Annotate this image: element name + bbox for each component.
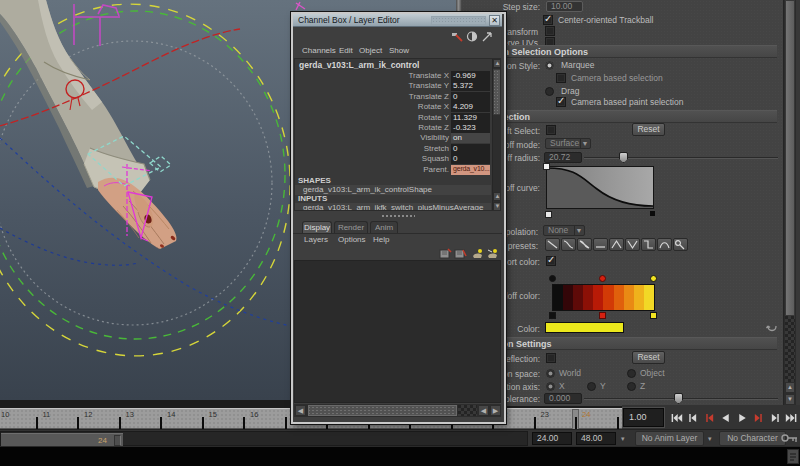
channel-label[interactable]: Translate Y [409, 81, 449, 90]
curve-preset-button[interactable] [625, 238, 640, 251]
input-node-row[interactable]: gerda_v103:L_arm_ikfk_switch_plusMinusAv… [295, 203, 491, 211]
menu-item[interactable]: Help [373, 235, 389, 244]
curve-preset-button[interactable] [593, 238, 608, 251]
layer-list-area[interactable] [294, 260, 501, 403]
ramp-key-black-top[interactable] [549, 275, 556, 282]
color-swatch-yellow[interactable] [545, 322, 624, 333]
command-line[interactable] [0, 446, 800, 466]
falloff-radius-slider[interactable] [584, 157, 778, 159]
channel-value-field[interactable]: 0 [451, 144, 490, 154]
camera-based-paint-checkbox[interactable]: ✓ [556, 97, 566, 107]
menu-item[interactable]: Channels [302, 46, 336, 55]
channel-label[interactable]: Parent. [423, 165, 449, 174]
playback-button[interactable] [751, 408, 768, 427]
hscroll-thumb[interactable] [308, 405, 457, 416]
curve-preset-button[interactable] [545, 238, 560, 251]
trackball-checkbox[interactable]: ✓ [543, 15, 553, 25]
menu-item[interactable]: Edit [339, 46, 353, 55]
playback-button[interactable] [685, 408, 702, 427]
animation-end-field[interactable]: 48.00 [576, 432, 616, 445]
falloff-radius-slider-handle[interactable] [619, 152, 628, 163]
channel-scroll-up-icon[interactable]: ▲ [493, 59, 501, 68]
curve-preset-button[interactable] [657, 238, 672, 251]
transform-checkbox[interactable] [545, 26, 555, 36]
playback-end-field[interactable]: 24.00 [532, 432, 572, 445]
channel-scroll-down-icon[interactable]: ▼ [493, 202, 501, 211]
hscroll-left2-icon[interactable]: ◀ [478, 405, 489, 416]
playback-button[interactable] [767, 408, 784, 427]
channel-value-field[interactable]: 0 [451, 92, 490, 102]
layer-tab[interactable]: Display [302, 221, 332, 233]
viewport-color-checkbox[interactable]: ✓ [546, 256, 556, 266]
soft-select-reset-button[interactable]: Reset [632, 123, 665, 136]
playback-button[interactable] [668, 408, 685, 427]
curve-preset-button[interactable] [561, 238, 576, 251]
channel-value-field[interactable]: 5.372 [451, 81, 490, 91]
panel-scroll-down-button[interactable]: ▼ [785, 394, 795, 405]
half-circle-icon[interactable] [466, 30, 478, 43]
curve-preset-button[interactable] [577, 238, 592, 251]
hammer-icon[interactable] [450, 30, 464, 43]
channel-value-field[interactable]: -0.969 [451, 71, 490, 81]
marquee-radio[interactable] [545, 61, 554, 70]
channel-label[interactable]: Rotate Y [418, 113, 449, 122]
curve-preset-button[interactable] [609, 238, 624, 251]
character-set-menu-icon[interactable]: ▾ [708, 435, 712, 443]
layer-normal-icon[interactable] [439, 248, 452, 260]
section-reflection-settings[interactable]: Reflection Settings [462, 337, 777, 350]
channel-label[interactable]: Visibility [420, 133, 449, 142]
channel-value-field[interactable]: 4.209 [451, 102, 490, 112]
playback-button[interactable] [718, 408, 735, 427]
panel-scroll-up-button[interactable]: ▲ [785, 382, 795, 393]
falloff-color-ramp[interactable] [552, 284, 655, 311]
channel-label[interactable]: Stretch [424, 144, 449, 153]
hscroll-right-icon[interactable]: ▶ [490, 405, 501, 416]
menu-item[interactable]: Options [338, 235, 366, 244]
channel-scrollbar-thumb[interactable] [493, 69, 501, 115]
close-icon[interactable]: ✕ [489, 15, 500, 26]
ramp-key-yellow-top[interactable] [650, 275, 657, 282]
layer-tab[interactable]: Anim [370, 221, 398, 233]
channel-label[interactable]: Squash [422, 154, 449, 163]
channel-scroll-up2-icon[interactable]: ▲ [493, 192, 501, 201]
channel-value-field[interactable]: gerda_v10... [451, 165, 490, 175]
new-layer-assign-icon[interactable] [486, 248, 499, 260]
ramp-key-yellow-bottom[interactable] [650, 312, 657, 319]
playback-button[interactable] [734, 408, 751, 427]
channel-value-field[interactable]: on [451, 133, 490, 143]
hscroll-left-icon[interactable]: ◀ [295, 405, 306, 416]
playback-button[interactable] [784, 408, 800, 427]
ramp-key-black-bottom[interactable] [549, 312, 556, 319]
step-size-input[interactable]: 10.00 [546, 1, 583, 12]
new-layer-icon[interactable] [471, 248, 484, 260]
tolerance-input[interactable]: 0.000 [544, 393, 582, 404]
panel-scrollbar-thumb[interactable] [785, 0, 795, 316]
reflection-space-object-radio[interactable] [627, 369, 636, 378]
falloff-mode-dropdown[interactable]: Surface ▼ [545, 138, 591, 149]
auto-keyframe-icon[interactable] [780, 432, 799, 444]
layer-tab[interactable]: Render [334, 221, 368, 233]
channel-box-titlebar[interactable]: Channel Box / Layer Editor ✕ [293, 14, 502, 27]
pane-splitter[interactable] [293, 211, 502, 221]
panel-scrollbar[interactable]: ▲ ▼ [783, 0, 795, 406]
layer-hscrollbar[interactable]: ◀ ◀ ▶ [294, 404, 501, 417]
channel-label[interactable]: Rotate Z [418, 123, 449, 132]
range-slider-bar[interactable]: 24 [1, 433, 123, 446]
reflection-reset-button[interactable]: Reset [632, 351, 665, 364]
reflection-space-world-radio[interactable] [546, 369, 555, 378]
object-name[interactable]: gerda_v103:L_arm_ik_control [299, 60, 419, 70]
curve-end-handle[interactable] [649, 210, 656, 217]
menu-item[interactable]: Show [389, 46, 409, 55]
current-time-field[interactable]: 1.00 [623, 408, 664, 427]
drag-radio[interactable] [545, 87, 554, 96]
curve-preset-button[interactable] [641, 238, 656, 251]
tolerance-slider-handle[interactable] [674, 393, 683, 404]
camera-based-selection-checkbox[interactable] [556, 73, 566, 83]
channel-scrollbar[interactable]: ▲ ▲ ▼ [492, 59, 501, 211]
reflection-axis-z-radio[interactable] [627, 382, 636, 391]
script-editor-icon[interactable] [787, 449, 799, 464]
ramp-key-red-bottom[interactable] [599, 312, 606, 319]
soft-select-checkbox[interactable] [546, 125, 556, 135]
range-bar-handle[interactable] [114, 435, 121, 446]
reflection-checkbox[interactable] [546, 353, 556, 363]
